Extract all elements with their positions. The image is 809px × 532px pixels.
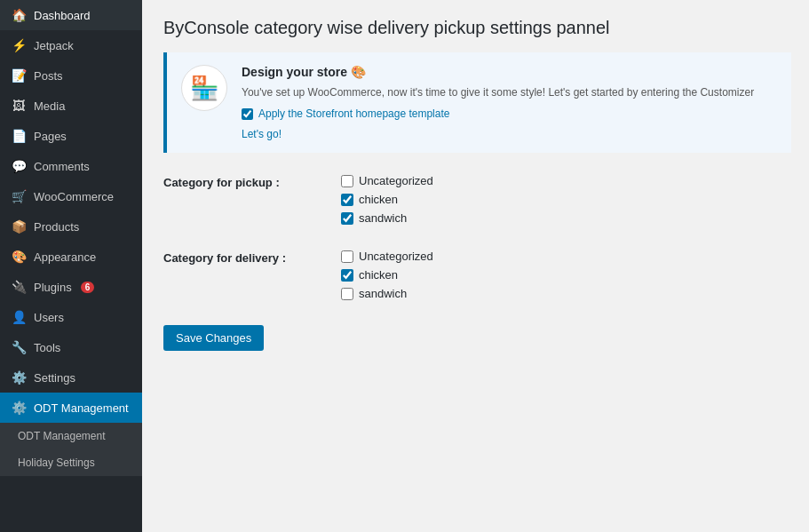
- sidebar-item-pages[interactable]: 📄 Pages: [0, 121, 142, 151]
- delivery-option-delivery-chicken[interactable]: chicken: [341, 268, 433, 282]
- woo-notice: 🏪 Design your store 🎨 You've set up WooC…: [163, 52, 791, 153]
- sidebar-item-settings[interactable]: ⚙️ Settings: [0, 362, 142, 393]
- sidebar-label-products: Products: [34, 220, 79, 234]
- sidebar-item-media[interactable]: 🖼 Media: [0, 91, 142, 121]
- pickup-option-pickup-sandwich[interactable]: sandwich: [341, 211, 433, 225]
- delivery-options: Uncategorizedchickensandwich: [341, 250, 433, 300]
- sidebar-sub-label-odt-management-sub: ODT Management: [18, 430, 106, 442]
- checkbox-delivery-sandwich[interactable]: [341, 288, 353, 300]
- sidebar-item-woocommerce[interactable]: 🛒 WooCommerce: [0, 181, 142, 211]
- products-icon: 📦: [11, 218, 27, 234]
- sidebar-label-woocommerce: WooCommerce: [34, 190, 114, 203]
- storefront-checkbox-row[interactable]: Apply the Storefront homepage template: [242, 107, 754, 120]
- settings-icon: ⚙️: [11, 369, 27, 385]
- sidebar-label-dashboard: Dashboard: [34, 9, 91, 22]
- delivery-row: Category for delivery : Uncategorizedchi…: [163, 250, 791, 300]
- main-content: ByConsole category wise delivery pickup …: [142, 0, 809, 532]
- delivery-option-delivery-uncategorized[interactable]: Uncategorized: [341, 250, 433, 263]
- sidebar-label-appearance: Appearance: [34, 250, 96, 264]
- store-icon: 🏪: [181, 65, 227, 111]
- sidebar-item-plugins[interactable]: 🔌 Plugins 6: [0, 272, 142, 302]
- pickup-options: Uncategorizedchickensandwich: [341, 174, 433, 225]
- delivery-option-delivery-sandwich[interactable]: sandwich: [341, 287, 433, 300]
- pickup-option-pickup-chicken[interactable]: chicken: [341, 193, 433, 206]
- sidebar-item-comments[interactable]: 💬 Comments: [0, 151, 142, 181]
- sidebar-label-settings: Settings: [34, 371, 75, 385]
- checkbox-delivery-uncategorized[interactable]: [341, 250, 353, 263]
- notice-heading: Design your store 🎨: [242, 65, 754, 79]
- sidebar-sub-holiday-settings[interactable]: Holiday Settings: [0, 449, 142, 476]
- jetpack-icon: ⚡: [11, 37, 27, 53]
- sidebar-label-media: Media: [34, 99, 65, 113]
- checkbox-pickup-chicken[interactable]: [341, 194, 353, 206]
- odt-management-icon: ⚙️: [11, 400, 27, 416]
- woo-notice-content: Design your store 🎨 You've set up WooCom…: [242, 65, 754, 140]
- badge-plugins: 6: [81, 282, 95, 293]
- sidebar-label-odt-management: ODT Management: [34, 401, 129, 415]
- appearance-icon: 🎨: [11, 249, 27, 265]
- checkbox-pickup-uncategorized[interactable]: [341, 175, 353, 187]
- comments-icon: 💬: [11, 158, 27, 174]
- sidebar-item-users[interactable]: 👤 Users: [0, 302, 142, 332]
- notice-body: You've set up WooCommerce, now it's time…: [242, 84, 754, 100]
- save-button[interactable]: Save Changes: [163, 325, 264, 351]
- lets-go-link[interactable]: Let's go!: [242, 128, 282, 140]
- pickup-option-pickup-uncategorized[interactable]: Uncategorized: [341, 174, 433, 187]
- woocommerce-icon: 🛒: [11, 188, 27, 204]
- tools-icon: 🔧: [11, 339, 27, 355]
- sidebar: 🏠 Dashboard ⚡ Jetpack 📝 Posts 🖼 Media 📄 …: [0, 0, 142, 532]
- pages-icon: 📄: [11, 128, 27, 144]
- sidebar-label-jetpack: Jetpack: [34, 39, 74, 52]
- storefront-checkbox[interactable]: [242, 108, 253, 120]
- sidebar-label-pages: Pages: [34, 130, 67, 143]
- sidebar-label-comments: Comments: [34, 160, 90, 173]
- plugins-icon: 🔌: [11, 279, 27, 295]
- sidebar-label-users: Users: [34, 311, 64, 324]
- pickup-label: Category for pickup :: [163, 174, 323, 189]
- pickup-row: Category for pickup : Uncategorizedchick…: [163, 174, 791, 225]
- page-title: ByConsole category wise delivery pickup …: [163, 18, 791, 38]
- sidebar-sub-label-holiday-settings: Holiday Settings: [18, 457, 95, 469]
- settings-form: Category for pickup : Uncategorizedchick…: [163, 174, 791, 351]
- dashboard-icon: 🏠: [11, 7, 27, 23]
- users-icon: 👤: [11, 309, 27, 325]
- posts-icon: 📝: [11, 67, 27, 83]
- sidebar-item-products[interactable]: 📦 Products: [0, 211, 142, 242]
- sidebar-label-plugins: Plugins: [34, 281, 72, 294]
- sidebar-label-tools: Tools: [34, 341, 60, 354]
- sidebar-item-dashboard[interactable]: 🏠 Dashboard: [0, 0, 142, 30]
- sidebar-item-tools[interactable]: 🔧 Tools: [0, 332, 142, 362]
- media-icon: 🖼: [11, 98, 27, 114]
- sidebar-sub-odt-management-sub[interactable]: ODT Management: [0, 423, 142, 449]
- storefront-checkbox-label[interactable]: Apply the Storefront homepage template: [258, 107, 449, 120]
- checkbox-delivery-chicken[interactable]: [341, 269, 353, 282]
- delivery-label: Category for delivery :: [163, 250, 323, 265]
- sidebar-item-odt-management[interactable]: ⚙️ ODT Management: [0, 393, 142, 423]
- sidebar-item-posts[interactable]: 📝 Posts: [0, 60, 142, 91]
- sidebar-item-appearance[interactable]: 🎨 Appearance: [0, 242, 142, 272]
- checkbox-pickup-sandwich[interactable]: [341, 212, 353, 225]
- sidebar-item-jetpack[interactable]: ⚡ Jetpack: [0, 30, 142, 60]
- sidebar-label-posts: Posts: [34, 69, 63, 83]
